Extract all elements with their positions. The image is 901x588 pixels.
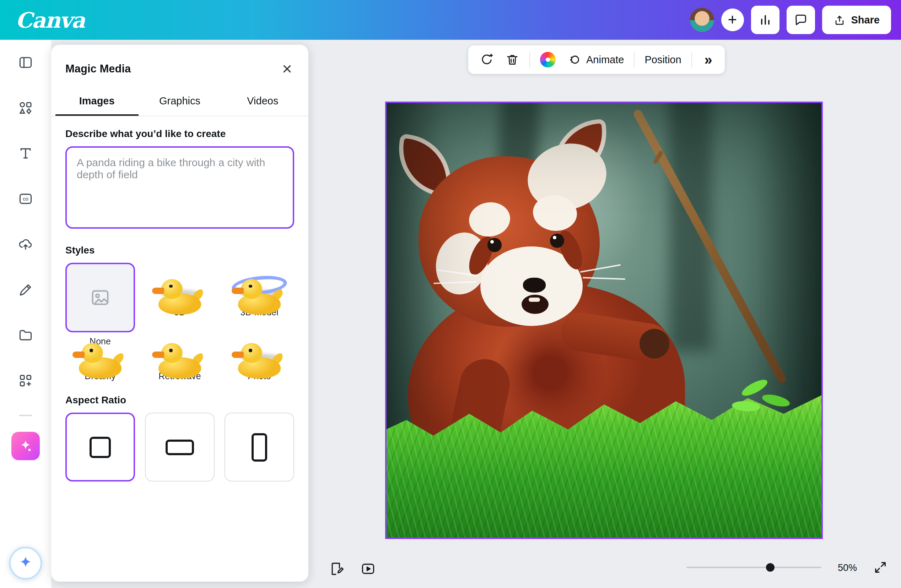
image-placeholder-icon [89,287,111,308]
landscape-ratio-icon [165,439,194,455]
design-icon [18,55,33,70]
plus-icon: + [728,12,737,28]
notes-icon [329,561,344,577]
style-thumb-3d [179,291,181,303]
app-window: Canva + Share [0,0,901,588]
trash-icon [505,53,519,67]
regenerate-icon [480,53,494,67]
square-ratio-icon [89,436,111,458]
sidebar-item-magic-media[interactable] [11,432,40,460]
portrait-ratio-icon [251,433,267,461]
sidebar-item-text[interactable] [11,139,40,168]
share-button[interactable]: Share [822,6,891,34]
color-button[interactable] [534,48,561,71]
sidebar-item-uploads[interactable] [11,230,40,258]
comment-bubble-icon [793,13,807,27]
tab-graphics[interactable]: Graphics [138,87,221,116]
chevron-double-right-icon: » [704,51,711,68]
animate-icon [567,53,581,67]
apps-grid-icon [18,373,33,389]
comments-button[interactable] [786,6,815,34]
zoom-slider-track [686,567,822,568]
sidebar-item-design[interactable] [11,48,40,77]
animate-button[interactable]: Animate [561,48,630,71]
sidebar-item-elements[interactable] [11,94,40,122]
panel-header: Magic Media × [51,45,309,87]
position-button[interactable]: Position [639,48,687,71]
delete-button[interactable] [500,48,525,71]
style-thumb-dreamy [100,356,101,368]
present-button[interactable] [356,557,380,581]
magic-media-panel: Magic Media × Images Graphics Videos Des… [51,45,309,582]
color-wheel-icon [540,52,556,67]
panel-tabs: Images Graphics Videos [51,87,309,117]
left-toolbar: co [0,40,51,588]
share-label: Share [851,14,880,26]
style-option-none[interactable]: None [65,263,135,347]
more-tools-button[interactable]: » [696,48,719,71]
zoom-controls: 50% [686,555,892,579]
panel-title: Magic Media [65,62,131,75]
fullscreen-button[interactable] [868,555,892,579]
close-panel-button[interactable]: × [276,58,298,80]
toolbar-divider [691,52,692,67]
tab-images[interactable]: Images [55,87,138,116]
page-tools [325,557,380,581]
aspect-ratio-label: Aspect Ratio [65,394,294,406]
tab-videos[interactable]: Videos [221,87,304,116]
notes-button[interactable] [325,557,349,581]
style-thumb-photo [259,356,260,368]
style-thumb-retrowave [179,356,181,368]
styles-label: Styles [65,244,294,256]
object-toolbar: Animate Position » [468,45,725,74]
brand-icon: co [18,191,33,207]
style-thumb-3d-model [259,291,260,303]
toolbar-divider [529,52,530,67]
aspect-option-landscape[interactable] [145,412,215,481]
zoom-level: 50% [833,562,857,573]
aspect-ratio-grid [65,412,294,481]
sidebar-item-brand[interactable]: co [11,185,40,213]
insights-button[interactable] [751,6,779,34]
share-upload-icon [833,14,845,26]
position-label: Position [644,54,681,65]
topbar-actions: + Share [690,6,891,34]
assistant-sparkle-icon [17,555,34,572]
rail-divider [19,415,32,416]
svg-text:co: co [23,196,28,202]
aspect-option-portrait[interactable] [224,412,294,481]
zoom-slider-knob[interactable] [766,563,775,572]
sidebar-item-projects[interactable] [11,321,40,349]
aspect-option-square[interactable] [65,412,135,481]
elements-icon [18,100,33,116]
generated-image[interactable] [387,103,822,538]
bar-chart-icon [758,13,772,27]
style-option-dreamy[interactable]: Dreamy [65,356,135,381]
canva-assistant-button[interactable] [9,547,42,579]
sidebar-item-draw[interactable] [11,275,40,304]
styles-grid: None 3D 3D Model [65,263,294,381]
magic-media-icon [19,439,33,453]
play-icon [360,561,376,577]
selected-image-frame [385,101,823,539]
style-option-3d-model[interactable]: 3D Model [224,263,294,347]
zoom-slider[interactable] [686,562,822,572]
close-icon: × [282,59,292,78]
prompt-input[interactable] [65,146,294,229]
cloud-upload-icon [18,236,33,252]
folder-icon [18,327,33,343]
text-icon [18,146,33,161]
style-option-retrowave[interactable]: Retrowave [145,356,215,381]
style-option-3d[interactable]: 3D [145,263,215,347]
user-avatar[interactable] [690,8,714,32]
add-member-button[interactable]: + [721,9,744,31]
describe-label: Describe what you’d like to create [65,128,294,139]
regenerate-button[interactable] [474,48,500,71]
top-bar: Canva + Share [0,0,901,40]
style-option-photo[interactable]: Photo [224,356,294,381]
canva-logo[interactable]: Canva [16,8,84,32]
sidebar-item-apps[interactable] [11,366,40,395]
toolbar-divider [634,52,634,67]
pen-icon [18,282,33,297]
panel-body: Describe what you’d like to create Style… [51,117,309,582]
